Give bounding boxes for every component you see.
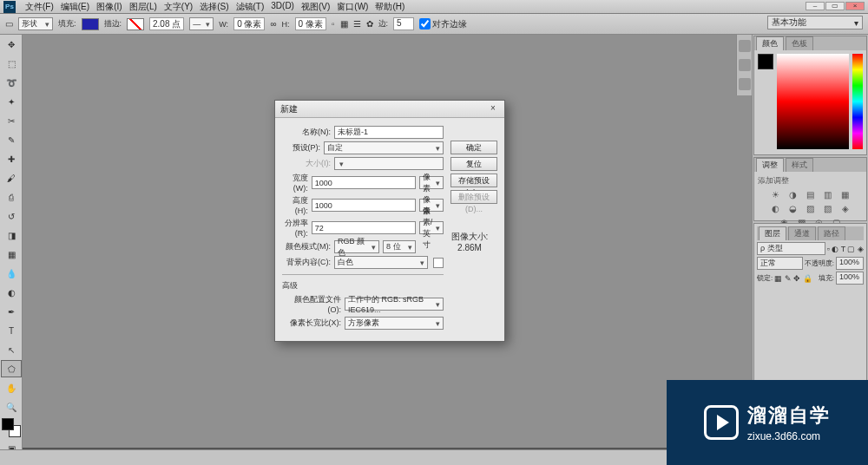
width-label: 宽度(W): (282, 173, 308, 193)
close-button[interactable]: × (845, 2, 865, 10)
gear-icon[interactable]: ✿ (366, 19, 373, 29)
pen-tool[interactable]: ✒ (1, 303, 22, 320)
stamp-tool[interactable]: ⎙ (1, 188, 22, 206)
max-button[interactable]: ▭ (825, 2, 845, 10)
fill-label: 填充: (58, 18, 76, 29)
crop-tool[interactable]: ✂ (1, 112, 22, 129)
menu-filter[interactable]: 滤镜(T) (233, 0, 267, 14)
menu-layer[interactable]: 图层(L) (127, 0, 160, 14)
opacity-input[interactable]: 100% (836, 257, 864, 270)
bg-select[interactable]: 白色 (334, 256, 428, 269)
cancel-button[interactable]: 复位 (450, 157, 497, 171)
hand-tool[interactable]: ✋ (1, 379, 22, 396)
tab-color[interactable]: 颜色 (756, 36, 784, 50)
stroke-width-input[interactable]: 2.08 点 (149, 17, 184, 30)
hue-slider[interactable] (852, 54, 863, 149)
menu-select[interactable]: 选择(S) (197, 0, 231, 14)
preset-select[interactable]: 自定 (324, 141, 444, 154)
dialog-close-icon[interactable]: × (487, 103, 499, 115)
menu-edit[interactable]: 编辑(E) (58, 0, 92, 14)
layer-kind-filter[interactable]: ρ 类型 (757, 242, 825, 255)
character-panel-icon[interactable] (739, 78, 751, 90)
menu-type[interactable]: 文字(Y) (161, 0, 195, 14)
move-tool[interactable]: ✥ (1, 36, 22, 53)
stroke-swatch[interactable] (127, 18, 144, 30)
dialog-title: 新建 (280, 103, 298, 115)
blend-mode-select[interactable]: 正常 (757, 257, 803, 270)
menu-file[interactable]: 文件(F) (23, 0, 56, 14)
tab-styles[interactable]: 样式 (786, 158, 813, 172)
play-icon (704, 405, 739, 440)
color-mode-label: 颜色模式(M): (282, 241, 331, 252)
zoom-tool[interactable]: 🔍 (1, 398, 22, 416)
menu-view[interactable]: 视图(V) (299, 0, 332, 14)
shape-tool[interactable]: ⬠ (1, 360, 22, 377)
history-panel-icon[interactable] (739, 40, 751, 52)
marquee-tool[interactable]: ⬚ (1, 55, 22, 72)
workspace-select[interactable]: 基本功能▾ (767, 16, 863, 29)
adjust-hint: 添加调整 (758, 175, 863, 187)
arrange-icon[interactable]: ☰ (353, 19, 361, 29)
min-button[interactable]: – (806, 2, 825, 10)
tool-palette: ✥ ⬚ ➰ ✦ ✂ ✎ ✚ 🖌 ⎙ ↺ ◨ ▦ 💧 ◐ ✒ T ↖ ⬠ ✋ 🔍 … (0, 35, 23, 465)
menu-image[interactable]: 图像(I) (94, 0, 124, 14)
path-select-tool[interactable]: ↖ (1, 341, 22, 358)
tab-layers[interactable]: 图层 (759, 226, 786, 240)
dodge-tool[interactable]: ◐ (1, 284, 22, 301)
size-select (334, 157, 444, 170)
bg-swatch[interactable] (433, 258, 444, 268)
align-edges-checkbox[interactable]: 对齐边缘 (419, 18, 467, 30)
sides-input[interactable]: 5 (393, 17, 414, 30)
aspect-select[interactable]: 方形像素 (345, 317, 444, 330)
options-bar: ▭ 形状 填充: 描边: 2.08 点 — W: 0 像素 ∞ H: 0 像素 … (0, 14, 868, 35)
lasso-tool[interactable]: ➰ (1, 74, 22, 91)
fill-swatch[interactable] (82, 18, 99, 30)
name-input[interactable] (334, 126, 444, 139)
tab-adjustments[interactable]: 调整 (756, 158, 784, 172)
resolution-input[interactable] (312, 221, 416, 234)
tab-swatches[interactable]: 色板 (786, 36, 813, 50)
history-brush-tool[interactable]: ↺ (1, 207, 22, 225)
link-icon[interactable]: ∞ (270, 19, 276, 29)
shape-mode-select[interactable]: 形状 (18, 17, 53, 30)
image-size-label: 图像大小: (450, 231, 489, 243)
path-ops-icon[interactable]: ▫ (332, 19, 335, 29)
fg-bg-color[interactable] (2, 418, 21, 437)
eraser-tool[interactable]: ◨ (1, 226, 22, 244)
w-input[interactable]: 0 像素 (233, 17, 265, 30)
menu-help[interactable]: 帮助(H) (372, 0, 407, 14)
align-icon[interactable]: ▦ (340, 19, 348, 29)
color-picker[interactable] (777, 54, 849, 149)
save-preset-button[interactable]: 存储预设(S)... (450, 174, 497, 187)
sides-label: 边: (378, 18, 389, 29)
fill-input[interactable]: 100% (836, 272, 864, 285)
ok-button[interactable]: 确定 (450, 141, 497, 154)
name-label: 名称(N): (282, 127, 331, 138)
width-input[interactable] (312, 176, 416, 189)
profile-select[interactable]: 工作中的 RGB: sRGB IEC619... (345, 298, 444, 311)
properties-panel-icon[interactable] (739, 59, 751, 71)
app-logo: Ps (3, 1, 16, 13)
h-input[interactable]: 0 像素 (295, 17, 326, 30)
color-mode-select[interactable]: RGB 颜色 (334, 240, 379, 253)
width-unit-select[interactable]: 像素 (419, 176, 444, 189)
eyedropper-tool[interactable]: ✎ (1, 131, 22, 148)
menu-window[interactable]: 窗口(W) (334, 0, 371, 14)
resolution-unit-select[interactable]: 像素/英寸 (419, 221, 444, 234)
stroke-style-select[interactable]: — (189, 17, 214, 30)
brush-tool[interactable]: 🖌 (1, 169, 22, 187)
height-input[interactable] (312, 199, 416, 212)
panel-fg-color[interactable] (758, 54, 773, 69)
tab-paths[interactable]: 路径 (818, 226, 845, 240)
bg-label: 背景内容(C): (282, 257, 331, 268)
w-label: W: (219, 20, 228, 29)
blur-tool[interactable]: 💧 (1, 265, 22, 282)
healing-tool[interactable]: ✚ (1, 150, 22, 167)
delete-preset-button: 删除预设(D)... (450, 190, 497, 204)
gradient-tool[interactable]: ▦ (1, 246, 22, 263)
tab-channels[interactable]: 通道 (788, 226, 816, 240)
color-depth-select[interactable]: 8 位 (383, 240, 416, 253)
type-tool[interactable]: T (1, 322, 22, 339)
wand-tool[interactable]: ✦ (1, 93, 22, 110)
menu-3d[interactable]: 3D(D) (268, 0, 297, 14)
